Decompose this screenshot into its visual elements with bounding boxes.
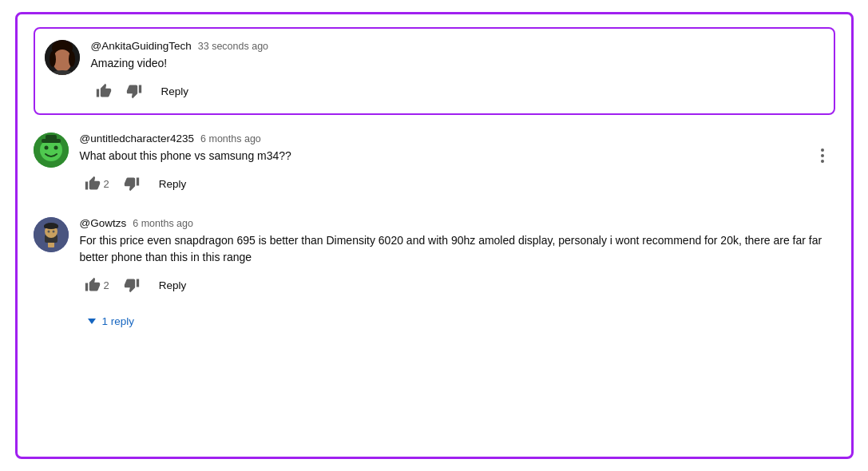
- timestamp: 6 months ago: [133, 218, 193, 229]
- reply-button[interactable]: Reply: [151, 173, 195, 195]
- comment-header: @AnkitaGuidingTech 33 seconds ago: [91, 40, 824, 52]
- comment-text: For this price even snapdragon 695 is be…: [80, 232, 827, 266]
- dislike-button[interactable]: [119, 274, 145, 296]
- thumbs-up-icon: [96, 83, 112, 99]
- dot: [821, 160, 824, 163]
- like-count: 2: [104, 178, 109, 190]
- more-options-button[interactable]: [818, 145, 827, 166]
- comment-item: @untitledcharacter4235 6 months ago What…: [34, 121, 835, 206]
- comment-text: What about this phone vs samsung m34??: [80, 148, 803, 164]
- svg-point-20: [52, 231, 54, 233]
- timestamp: 33 seconds ago: [198, 41, 268, 52]
- comment-item: @Gowtzs 6 months ago For this price even…: [34, 206, 835, 307]
- username: @AnkitaGuidingTech: [91, 40, 192, 52]
- comment-actions: 2 Reply: [80, 274, 827, 296]
- like-count: 2: [104, 279, 109, 291]
- comment-header: @untitledcharacter4235 6 months ago: [80, 133, 803, 144]
- replies-toggle[interactable]: 1 reply: [80, 311, 143, 332]
- timestamp: 6 months ago: [200, 133, 261, 144]
- replies-toggle-text: 1 reply: [102, 315, 135, 327]
- thumbs-up-icon: [85, 277, 101, 293]
- svg-point-4: [69, 51, 75, 67]
- thumbs-down-icon: [124, 176, 140, 192]
- svg-rect-18: [44, 225, 58, 228]
- dislike-button[interactable]: [119, 172, 145, 195]
- dot: [821, 154, 824, 157]
- thumbs-up-icon: [85, 176, 101, 192]
- svg-point-3: [50, 51, 56, 67]
- svg-point-10: [54, 146, 57, 150]
- svg-point-9: [44, 146, 48, 150]
- avatar: [34, 133, 69, 168]
- comment-body: @untitledcharacter4235 6 months ago What…: [80, 133, 803, 195]
- comment-body: @Gowtzs 6 months ago For this price even…: [80, 217, 827, 296]
- comment-text: Amazing video!: [91, 55, 824, 72]
- chevron-down-icon: [88, 319, 96, 324]
- avatar: [34, 217, 69, 252]
- like-button[interactable]: 2: [80, 172, 114, 195]
- dislike-button[interactable]: [121, 80, 147, 102]
- username: @Gowtzs: [80, 217, 127, 229]
- comment-item: @AnkitaGuidingTech 33 seconds ago Amazin…: [34, 27, 835, 115]
- username: @untitledcharacter4235: [80, 133, 195, 144]
- thumbs-down-icon: [126, 83, 142, 99]
- like-button[interactable]: 2: [80, 274, 114, 296]
- dot: [821, 148, 824, 152]
- reply-button[interactable]: Reply: [151, 275, 195, 296]
- comment-body: @AnkitaGuidingTech 33 seconds ago Amazin…: [91, 40, 824, 102]
- avatar: [45, 40, 80, 75]
- comment-header: @Gowtzs 6 months ago: [80, 217, 827, 229]
- svg-point-19: [47, 231, 50, 233]
- reply-button[interactable]: Reply: [153, 81, 197, 102]
- comments-section: @AnkitaGuidingTech 33 seconds ago Amazin…: [15, 12, 854, 459]
- comment-actions: 2 Reply: [80, 172, 803, 195]
- svg-rect-12: [46, 135, 57, 141]
- comment-actions: Reply: [91, 80, 824, 102]
- like-button[interactable]: [91, 80, 117, 102]
- thumbs-down-icon: [124, 277, 140, 293]
